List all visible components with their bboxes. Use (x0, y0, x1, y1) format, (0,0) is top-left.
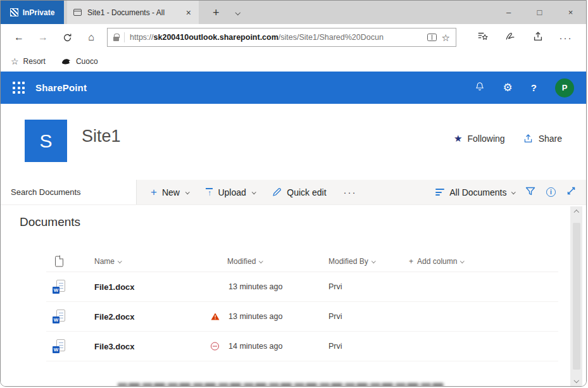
chevron-down-icon (372, 259, 375, 263)
quick-edit-button[interactable]: Quick edit (272, 187, 326, 197)
chevron-down-icon (252, 190, 256, 194)
new-tab-button[interactable]: + (209, 7, 223, 18)
list-title: Documents (20, 215, 80, 229)
share-label: Share (539, 134, 562, 144)
minimize-button[interactable]: – (493, 1, 524, 24)
inprivate-label: InPrivate (23, 8, 55, 17)
inprivate-icon (10, 8, 18, 16)
url-domain: sk200410outlook.sharepoint.com (154, 33, 278, 42)
warning-status-icon (211, 313, 220, 321)
file-modified: 14 minutes ago (228, 342, 282, 351)
upload-icon: ↑ (206, 188, 213, 196)
file-row[interactable]: W File3.docx 14 minutes ago Prvi (46, 332, 558, 361)
refresh-button[interactable] (55, 32, 79, 43)
back-button[interactable]: ← (7, 32, 31, 43)
cuoco-favicon-icon (61, 57, 72, 65)
expand-button[interactable] (566, 186, 576, 198)
following-star-icon: ★ (454, 134, 462, 143)
upload-button[interactable]: ↑ Upload (206, 187, 255, 197)
hub-icon (477, 30, 489, 42)
view-selector[interactable]: All Documents (435, 187, 515, 197)
upload-label: Upload (218, 187, 246, 197)
blocked-status-icon (211, 342, 219, 351)
refresh-icon (63, 33, 72, 42)
site-header-actions: ★ Following Share (454, 133, 562, 144)
file-row[interactable]: W File2.docx 13 minutes ago Prvi (46, 302, 558, 332)
app-launcher-waffle-icon[interactable] (13, 82, 25, 94)
settings-gear-icon[interactable]: ⚙ (503, 82, 513, 93)
favorite-label: Cuoco (76, 57, 98, 66)
reading-view-icon[interactable] (427, 34, 437, 41)
filter-button[interactable] (525, 186, 535, 199)
search-input[interactable] (9, 187, 127, 197)
file-name[interactable]: File3.docx (94, 342, 135, 351)
url-divider (124, 32, 125, 42)
chevron-down-icon (460, 259, 464, 263)
address-toolbar: ← → ⌂ https://sk200410outlook.sharepoint… (1, 24, 586, 51)
forward-button[interactable]: → (31, 32, 55, 43)
sharepoint-suite-bar: SharePoint ⚙ ? P (1, 72, 586, 104)
following-button[interactable]: ★ Following (454, 134, 505, 144)
account-avatar[interactable]: P (555, 78, 574, 97)
view-controls: All Documents i (435, 186, 586, 199)
maximize-button[interactable]: □ (524, 1, 555, 24)
annotate-button[interactable] (496, 30, 524, 44)
tab-bar: InPrivate Site1 - Documents - All × + – … (1, 1, 586, 24)
word-file-icon: W (53, 310, 65, 323)
share-site-button[interactable]: Share (523, 133, 562, 144)
modified-column-header[interactable]: Modified (227, 257, 263, 266)
vertical-scrollbar[interactable] (570, 206, 582, 386)
home-button[interactable]: ⌂ (79, 32, 103, 43)
sharepoint-app-name[interactable]: SharePoint (35, 82, 87, 93)
add-column-button[interactable]: +Add column (409, 257, 464, 266)
file-modified: 13 minutes ago (228, 282, 282, 291)
scrollbar-thumb[interactable] (573, 223, 580, 370)
favorites-hub-button[interactable] (468, 30, 496, 44)
info-button[interactable]: i (546, 187, 556, 197)
url-scheme: https:// (130, 33, 154, 42)
new-button[interactable]: + New (151, 187, 189, 197)
commands: + New ↑ Upload Quick edit ··· All Docume… (137, 180, 586, 204)
share-button[interactable] (524, 30, 552, 44)
scroll-up-icon[interactable] (574, 210, 579, 215)
name-column-header[interactable]: Name (94, 257, 122, 266)
scroll-down-icon[interactable] (574, 377, 579, 382)
site-logo[interactable]: S (25, 120, 67, 162)
tab-close-icon[interactable]: × (185, 7, 192, 18)
address-bar[interactable]: https://sk200410outlook.sharepoint.com/s… (107, 28, 456, 47)
command-bar: + New ↑ Upload Quick edit ··· All Docume… (1, 180, 586, 205)
file-type-column-header[interactable] (55, 256, 63, 266)
suite-bar-actions: ⚙ ? P (475, 78, 574, 97)
tab-favicon-icon (73, 9, 82, 16)
share-icon (523, 133, 534, 144)
pen-icon (504, 30, 516, 42)
documents-pane: Documents Name Modified Modified By +Add… (1, 205, 586, 387)
favorite-label: Resort (23, 57, 46, 66)
settings-more-button[interactable]: ··· (552, 32, 580, 43)
modified-by-column-header[interactable]: Modified By (328, 257, 375, 266)
url-text[interactable]: https://sk200410outlook.sharepoint.com/s… (130, 33, 422, 42)
search-box[interactable] (1, 180, 137, 204)
close-window-button[interactable]: × (555, 1, 586, 24)
site-title[interactable]: Site1 (82, 127, 121, 146)
favorite-item-resort[interactable]: ☆ Resort (11, 57, 46, 66)
more-commands-button[interactable]: ··· (344, 187, 357, 197)
file-name[interactable]: File1.docx (94, 282, 135, 292)
following-label: Following (468, 134, 505, 144)
tab-list-chevron-icon[interactable] (235, 10, 240, 15)
help-button[interactable]: ? (531, 82, 537, 93)
site-header: S Site1 ★ Following Share (1, 104, 586, 180)
chevron-down-icon (511, 190, 515, 194)
file-modified: 13 minutes ago (228, 312, 282, 321)
quick-edit-label: Quick edit (287, 187, 326, 197)
favorite-item-cuoco[interactable]: Cuoco (61, 57, 98, 66)
browser-window: InPrivate Site1 - Documents - All × + – … (0, 0, 587, 387)
tab-title: Site1 - Documents - All (87, 8, 179, 17)
file-name[interactable]: File2.docx (94, 312, 135, 322)
browser-tab[interactable]: Site1 - Documents - All × (67, 1, 199, 24)
pencil-icon (272, 187, 282, 197)
file-row[interactable]: W File1.docx 13 minutes ago Prvi (46, 272, 558, 302)
notifications-button[interactable] (475, 81, 485, 94)
window-controls: – □ × (493, 1, 586, 24)
add-favorite-icon[interactable]: ☆ (442, 33, 450, 42)
